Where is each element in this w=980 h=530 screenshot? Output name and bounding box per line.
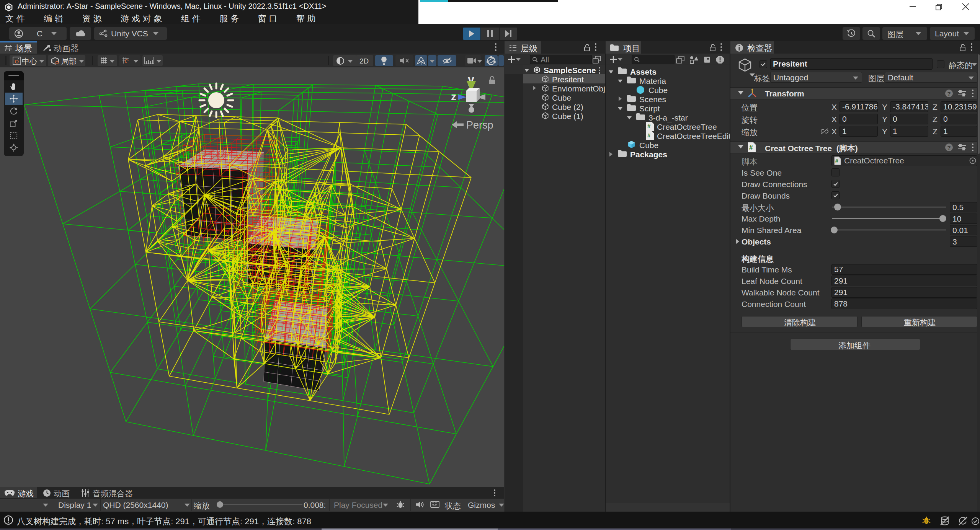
svg-text:!: !: [925, 519, 927, 524]
svg-text:#: #: [835, 158, 838, 164]
svg-text:Persp: Persp: [466, 119, 493, 131]
svg-text:?: ?: [947, 144, 951, 151]
svg-text:#: #: [647, 132, 651, 139]
svg-text:z: z: [451, 91, 456, 103]
svg-text:#: #: [647, 123, 651, 129]
svg-text:#: #: [749, 144, 753, 151]
svg-text:?: ?: [947, 90, 951, 97]
